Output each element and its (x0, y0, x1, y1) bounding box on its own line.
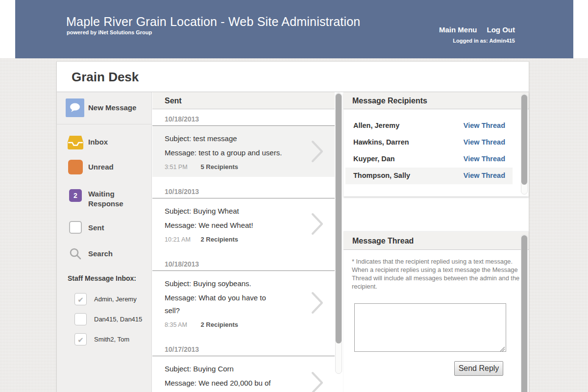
message-time: 3:51 PM (165, 164, 193, 171)
view-thread-link[interactable]: View Thread (464, 172, 505, 179)
recipient-row: Thompson, Sally View Thread (345, 168, 513, 184)
message-subject: Subject: Buying soybeans. (165, 279, 300, 288)
waiting-count-badge: 2 (69, 189, 82, 202)
reply-textarea[interactable] (354, 303, 506, 352)
staff-inbox-label: Staff Message Inbox: (68, 274, 136, 282)
message-preview: Message: We need 20,000 bu of corn. What… (165, 377, 282, 392)
sent-icon (67, 221, 84, 236)
staff-user-name: Admin, Jeremy (94, 295, 137, 303)
staff-user-checkbox[interactable] (74, 293, 87, 305)
logged-in-status: Logged in as: Admin415 (439, 38, 515, 44)
recipient-row: Allen, Jeremy View Thread (345, 118, 513, 134)
new-message-label: New Message (88, 103, 136, 112)
message-list-item[interactable]: Subject: Buying soybeans. Message: What … (152, 271, 335, 335)
search-icon (67, 247, 84, 262)
send-reply-button[interactable]: Send Reply (454, 361, 503, 376)
recipients-panel-header: Message Recipients (343, 92, 529, 109)
speech-bubble-icon (66, 98, 84, 117)
app-title: Maple River Grain Location - Web Site Ad… (66, 15, 360, 29)
app-subtitle: powered by iNet Solutions Group (67, 29, 152, 35)
sidebar-item-label: Search (88, 249, 113, 259)
date-group-label: 10/18/2013 (152, 254, 335, 271)
message-recipients-panel: Message Recipients Allen, Jeremy View Th… (343, 92, 529, 196)
message-thread-panel: Message Thread * Indicates that the reci… (343, 232, 529, 392)
recipient-row: Hawkins, Darren View Thread (345, 134, 513, 151)
header-nav: Main MenuLog Out Logged in as: Admin415 (439, 25, 515, 44)
sidebar-item-label: Sent (88, 223, 104, 233)
thread-panel-header: Message Thread (343, 232, 529, 250)
unread-icon (67, 160, 84, 176)
card-body: New Message Inbox Unread (57, 92, 529, 392)
message-list-item[interactable]: Subject: Buying Corn Message: We need 20… (152, 356, 335, 392)
chevron-right-icon[interactable] (311, 140, 324, 165)
message-recipient-count: 5 Recipients (200, 163, 238, 171)
thread-scrollbar[interactable] (521, 234, 528, 392)
recipients-rows: Allen, Jeremy View Thread Hawkins, Darre… (343, 118, 529, 184)
grain-desk-card: Grain Desk New Message (56, 61, 529, 392)
top-band: Maple River Grain Location - Web Site Ad… (0, 0, 588, 58)
staff-user-name: Dan415, Dan415 (94, 316, 142, 323)
sidebar-item-label: Inbox (88, 137, 108, 147)
sidebar-item-label: Unread (88, 162, 114, 172)
chevron-right-icon[interactable] (311, 212, 324, 238)
date-group-label: 10/18/2013 (152, 109, 335, 126)
log-out-link[interactable]: Log Out (487, 25, 515, 34)
message-list-item[interactable]: Subject: test message Message: test to a… (152, 126, 335, 177)
recipient-name: Thompson, Sally (353, 172, 410, 179)
message-subject: Subject: Buying Wheat (165, 207, 300, 215)
recipients-scrollbar[interactable] (521, 94, 528, 195)
scrollbar-thumb[interactable] (336, 94, 342, 343)
date-group-label: 10/18/2013 (152, 182, 335, 198)
sidebar-item-label: Waiting Response (88, 189, 132, 209)
message-time: 10:21 AM (165, 236, 193, 243)
message-time: 8:35 AM (165, 321, 193, 328)
sidebar: New Message Inbox Unread (57, 92, 152, 392)
inbox-icon (67, 135, 84, 152)
recipient-name: Hawkins, Darren (353, 138, 409, 146)
message-preview: Message: test to a group and users. (165, 147, 282, 159)
page-title: Grain Desk (72, 70, 139, 85)
date-group-label: 10/17/2013 (152, 340, 335, 356)
message-preview: Message: We need Wheat! (165, 219, 282, 232)
view-thread-link[interactable]: View Thread (464, 122, 505, 129)
message-subject: Subject: Buying Corn (165, 365, 300, 373)
message-list-header: Sent (152, 92, 335, 109)
view-thread-link[interactable]: View Thread (464, 155, 505, 163)
waiting-response-badge: 2 (67, 189, 84, 202)
recipient-name: Kuyper, Dan (353, 155, 395, 163)
message-preview: Message: What do you have to sell? (165, 292, 282, 317)
staff-user-checkbox[interactable] (74, 313, 87, 325)
message-recipient-count: 2 Recipients (200, 236, 238, 243)
main-menu-link[interactable]: Main Menu (439, 25, 477, 34)
staff-user-name: Smith2, Tom (94, 336, 129, 343)
message-recipient-count: 2 Recipients (200, 321, 238, 328)
view-thread-link[interactable]: View Thread (464, 138, 505, 146)
message-list-scrollbar[interactable] (335, 93, 342, 374)
new-message-button[interactable]: New Message (57, 92, 151, 124)
recipient-name: Allen, Jeremy (353, 122, 399, 129)
page-background: Maple River Grain Location - Web Site Ad… (0, 0, 588, 392)
app-header: Maple River Grain Location - Web Site Ad… (15, 0, 573, 58)
thread-note: * Indicates that the recipient replied u… (352, 257, 522, 291)
message-subject: Subject: test message (165, 134, 300, 143)
staff-user-checkbox[interactable] (74, 333, 87, 345)
chevron-right-icon[interactable] (311, 371, 324, 392)
recipient-row: Kuyper, Dan View Thread (345, 151, 513, 168)
message-list-item[interactable]: Subject: Buying Wheat Message: We need W… (152, 198, 335, 249)
sent-message-list: Sent 10/18/2013 Subject: test message Me… (152, 92, 335, 392)
scrollbar-thumb[interactable] (521, 235, 527, 392)
scrollbar-thumb[interactable] (521, 95, 527, 185)
chevron-right-icon[interactable] (311, 291, 324, 317)
